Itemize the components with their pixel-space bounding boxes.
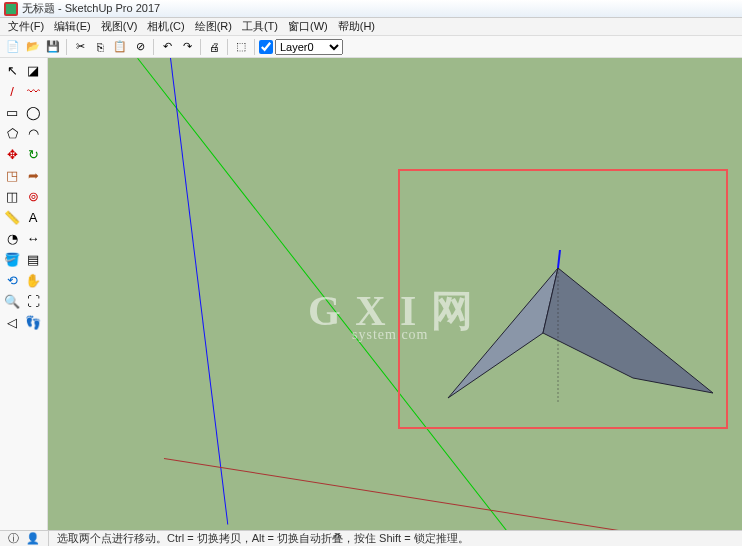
copy-button[interactable]: ⎘	[91, 38, 109, 56]
print-button[interactable]: 🖨	[205, 38, 223, 56]
followme-tool[interactable]: ➦	[23, 165, 43, 185]
window-title: 无标题 - SketchUp Pro 2017	[22, 1, 160, 16]
previous-view-tool[interactable]: ◁	[2, 312, 22, 332]
svg-marker-1	[543, 268, 713, 393]
workspace: ↖◪ /〰 ▭◯ ⬠◠ ✥↻ ◳➦ ◫⊚ 📏A ◔↔ 🪣▤ ⟲✋ 🔍⛶ ◁👣 G…	[0, 58, 742, 530]
model-button[interactable]: ⬚	[232, 38, 250, 56]
menu-camera[interactable]: 相机(C)	[143, 18, 188, 35]
move-tool[interactable]: ✥	[2, 144, 22, 164]
help-icon[interactable]: ⓘ	[6, 532, 20, 546]
new-button[interactable]: 📄	[4, 38, 22, 56]
menu-file[interactable]: 文件(F)	[4, 18, 48, 35]
open-button[interactable]: 📂	[24, 38, 42, 56]
walk-tool[interactable]: 👣	[23, 312, 43, 332]
pushpull-tool[interactable]: ◳	[2, 165, 22, 185]
menubar: 文件(F) 编辑(E) 视图(V) 相机(C) 绘图(R) 工具(T) 窗口(W…	[0, 18, 742, 36]
separator	[254, 39, 255, 55]
redo-button[interactable]: ↷	[178, 38, 196, 56]
svg-line-3	[558, 250, 560, 268]
undo-button[interactable]: ↶	[158, 38, 176, 56]
status-hint: 选取两个点进行移动。Ctrl = 切换拷贝，Alt = 切换自动折叠，按住 Sh…	[57, 531, 469, 546]
pan-tool[interactable]: ✋	[23, 270, 43, 290]
menu-window[interactable]: 窗口(W)	[284, 18, 332, 35]
user-icon[interactable]: 👤	[26, 532, 40, 546]
menu-view[interactable]: 视图(V)	[97, 18, 142, 35]
rect-tool[interactable]: ▭	[2, 102, 22, 122]
menu-edit[interactable]: 编辑(E)	[50, 18, 95, 35]
titlebar: 无标题 - SketchUp Pro 2017	[0, 0, 742, 18]
roof-model[interactable]	[428, 238, 728, 438]
zoom-tool[interactable]: 🔍	[2, 291, 22, 311]
paste-button[interactable]: 📋	[111, 38, 129, 56]
zoom-extents-tool[interactable]: ⛶	[23, 291, 43, 311]
rotate-tool[interactable]: ↻	[23, 144, 43, 164]
circle-tool[interactable]: ◯	[23, 102, 43, 122]
menu-help[interactable]: 帮助(H)	[334, 18, 379, 35]
layer-visibility-checkbox[interactable]	[259, 40, 273, 54]
orbit-tool[interactable]: ⟲	[2, 270, 22, 290]
separator	[66, 39, 67, 55]
protractor-tool[interactable]: ◔	[2, 228, 22, 248]
arc-tool[interactable]: ◠	[23, 123, 43, 143]
separator	[48, 531, 49, 547]
delete-button[interactable]: ⊘	[131, 38, 149, 56]
layer-select[interactable]: Layer0	[275, 39, 343, 55]
separator	[227, 39, 228, 55]
paint-tool[interactable]: 🪣	[2, 249, 22, 269]
select-tool[interactable]: ↖	[2, 60, 22, 80]
section-tool[interactable]: ▤	[23, 249, 43, 269]
cut-button[interactable]: ✂	[71, 38, 89, 56]
toolbar-top: 📄 📂 💾 ✂ ⎘ 📋 ⊘ ↶ ↷ 🖨 ⬚ Layer0	[0, 36, 742, 58]
statusbar: ⓘ 👤 选取两个点进行移动。Ctrl = 切换拷贝，Alt = 切换自动折叠，按…	[0, 530, 742, 546]
menu-tools[interactable]: 工具(T)	[238, 18, 282, 35]
tape-tool[interactable]: 📏	[2, 207, 22, 227]
eraser-tool[interactable]: ◪	[23, 60, 43, 80]
menu-draw[interactable]: 绘图(R)	[191, 18, 236, 35]
axis-blue	[170, 58, 228, 525]
viewport[interactable]: G X I 网 system.com	[48, 58, 742, 530]
save-button[interactable]: 💾	[44, 38, 62, 56]
scale-tool[interactable]: ◫	[2, 186, 22, 206]
separator	[200, 39, 201, 55]
axis-red	[164, 458, 742, 530]
text-tool[interactable]: A	[23, 207, 43, 227]
app-icon	[4, 2, 18, 16]
freehand-tool[interactable]: 〰	[23, 81, 43, 101]
offset-tool[interactable]: ⊚	[23, 186, 43, 206]
polygon-tool[interactable]: ⬠	[2, 123, 22, 143]
dimension-tool[interactable]: ↔	[23, 228, 43, 248]
tool-palette: ↖◪ /〰 ▭◯ ⬠◠ ✥↻ ◳➦ ◫⊚ 📏A ◔↔ 🪣▤ ⟲✋ 🔍⛶ ◁👣	[0, 58, 48, 530]
line-tool[interactable]: /	[2, 81, 22, 101]
separator	[153, 39, 154, 55]
svg-marker-0	[448, 268, 558, 398]
